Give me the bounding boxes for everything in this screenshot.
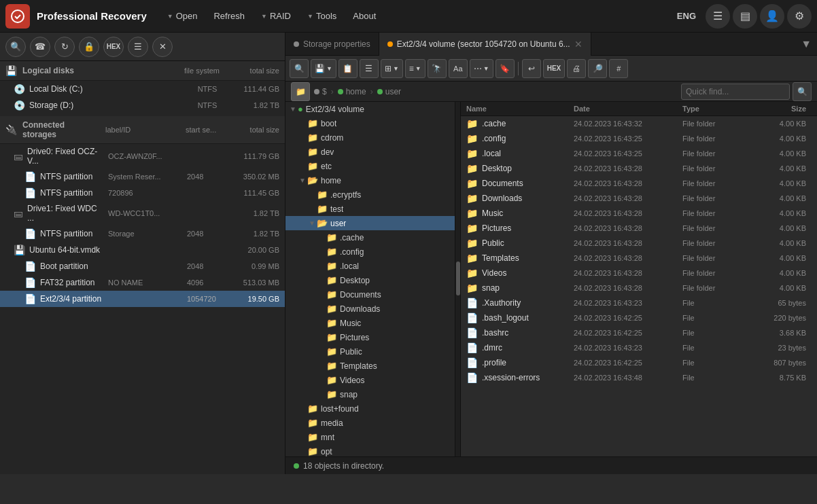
file-row[interactable]: 📄.bashrc24.02.2023 16:42:25File3.68 KB <box>461 325 817 340</box>
path-home[interactable]: home <box>338 87 366 96</box>
fm-search-btn[interactable]: 🔍 <box>290 59 309 78</box>
logical-disk-c[interactable]: 💿 Local Disk (C:) NTFS 111.44 GB <box>0 81 285 97</box>
tree-public[interactable]: 📁 Public <box>285 344 455 359</box>
tree-dotlocal[interactable]: 📁 .local <box>285 259 455 273</box>
storage-ntfs-2[interactable]: 📄 NTFS partition 720896 111.45 GB <box>0 185 285 201</box>
tab-ext234[interactable]: Ext2/3/4 volume (sector 1054720 on Ubunt… <box>379 33 591 56</box>
storage-ntfs-3[interactable]: 📄 NTFS partition Storage 2048 1.82 TB <box>0 226 285 242</box>
col-name[interactable]: Name <box>466 105 574 113</box>
logical-disk-d[interactable]: 💿 Storage (D:) NTFS 1.82 TB <box>0 97 285 113</box>
storage-ext234-partition[interactable]: 📄 Ext2/3/4 partition 1054720 19.50 GB <box>0 291 285 307</box>
tree-lostfound[interactable]: 📁 lost+found <box>285 401 455 416</box>
file-row[interactable]: 📄.Xauthority24.02.2023 16:43:23File65 by… <box>461 295 817 310</box>
quick-find-btn[interactable]: 🔍 <box>793 82 812 101</box>
battery-icon-button[interactable]: ▤ <box>733 4 757 29</box>
phone-icon-btn[interactable]: ☎ <box>30 37 50 57</box>
tree-snap[interactable]: 📁 snap <box>285 387 455 401</box>
tree-user[interactable]: ▼ 📂 user <box>285 216 455 230</box>
folder-icon-btn[interactable]: 📁 <box>291 82 310 101</box>
file-row[interactable]: 📁.cache24.02.2023 16:43:32File folder4.0… <box>461 116 817 131</box>
tree-etc[interactable]: 📁 etc <box>285 159 455 173</box>
close-icon-btn[interactable]: ✕ <box>152 37 173 57</box>
file-row[interactable]: 📁Desktop24.02.2023 16:43:28File folder4.… <box>461 161 817 176</box>
col-date[interactable]: Date <box>574 105 682 113</box>
hex-icon-btn[interactable]: HEX <box>103 37 124 57</box>
col-type[interactable]: Type <box>682 105 750 113</box>
fm-copy-btn[interactable]: 📋 <box>338 59 358 78</box>
list-icon-btn[interactable]: ☰ <box>128 37 148 57</box>
search-icon-btn[interactable]: 🔍 <box>5 37 26 57</box>
fm-zoom-btn[interactable]: 🔎 <box>588 59 607 78</box>
menu-open[interactable]: ▼ Open <box>160 7 205 25</box>
tree-music[interactable]: 📁 Music <box>285 316 455 330</box>
view-icon-button[interactable]: ☰ <box>706 4 730 29</box>
menu-refresh[interactable]: Refresh <box>207 7 251 25</box>
tree-ecryptfs[interactable]: 📁 .ecryptfs <box>285 187 455 202</box>
file-row[interactable]: 📁Templates24.02.2023 16:43:28File folder… <box>461 251 817 266</box>
fm-details-btn[interactable]: ≡▼ <box>405 59 425 78</box>
file-row[interactable]: 📄.xsession-errors24.02.2023 16:43:48File… <box>461 370 817 385</box>
fm-hash-btn[interactable]: # <box>609 59 628 78</box>
fm-print-btn[interactable]: 🖨 <box>567 59 586 78</box>
file-row[interactable]: 📁.local24.02.2023 16:43:25File folder4.0… <box>461 146 817 161</box>
tab-ext234-close[interactable]: ✕ <box>574 39 583 50</box>
tree-opt[interactable]: 📁 opt <box>285 444 455 456</box>
tree-root[interactable]: ▼ ● Ext2/3/4 volume <box>285 102 455 116</box>
tree-dotconfig[interactable]: 📁 .config <box>285 245 455 259</box>
fm-list-btn[interactable]: ☰ <box>360 59 379 78</box>
file-row[interactable]: 📄.dmrc24.02.2023 16:43:23File23 bytes <box>461 340 817 355</box>
file-row[interactable]: 📁Videos24.02.2023 16:43:28File folder4.0… <box>461 266 817 281</box>
file-row[interactable]: 📁Public24.02.2023 16:43:28File folder4.0… <box>461 236 817 251</box>
tree-documents[interactable]: 📁 Documents <box>285 287 455 302</box>
tree-templates[interactable]: 📁 Templates <box>285 359 455 373</box>
fm-font-btn[interactable]: Aa <box>449 59 468 78</box>
file-row[interactable]: 📁.config24.02.2023 16:43:25File folder4.… <box>461 131 817 146</box>
tab-menu-button[interactable]: ▼ <box>795 38 817 50</box>
file-row[interactable]: 📁snap24.02.2023 16:43:28File folder4.00 … <box>461 281 817 295</box>
fm-binoculars-btn[interactable]: 🔭 <box>428 59 447 78</box>
tree-cdrom[interactable]: 📁 cdrom <box>285 130 455 145</box>
refresh-icon-btn[interactable]: ↻ <box>54 37 75 57</box>
tree-downloads[interactable]: 📁 Downloads <box>285 302 455 316</box>
tree-desktop[interactable]: 📁 Desktop <box>285 273 455 287</box>
tree-boot[interactable]: 📁 boot <box>285 116 455 130</box>
file-row[interactable]: 📁Downloads24.02.2023 16:43:28File folder… <box>461 191 817 206</box>
language-button[interactable]: ENG <box>670 7 703 25</box>
menu-tools[interactable]: ▼ Tools <box>300 7 343 25</box>
storage-drive1[interactable]: 🖴 Drive1: Fixed WDC ... WD-WCC1T0... 1.8… <box>0 201 285 226</box>
tree-scroll-handle[interactable] <box>455 102 461 456</box>
user-icon-button[interactable]: 👤 <box>760 4 784 29</box>
path-dollar[interactable]: $ <box>314 87 327 96</box>
tree-mnt[interactable]: 📁 mnt <box>285 430 455 444</box>
tree-home[interactable]: ▼ 📂 home <box>285 173 455 187</box>
tree-cache[interactable]: 📁 .cache <box>285 230 455 245</box>
storage-ubuntu-vmdk[interactable]: 💾 Ubuntu 64-bit.vmdk 20.00 GB <box>0 242 285 258</box>
tab-storage-properties[interactable]: Storage properties <box>285 33 379 56</box>
menu-about[interactable]: About <box>346 7 383 25</box>
file-row[interactable]: 📁Documents24.02.2023 16:43:28File folder… <box>461 176 817 191</box>
path-user[interactable]: user <box>377 87 401 96</box>
storage-ntfs-1[interactable]: 📄 NTFS partition System Reser... 2048 35… <box>0 168 285 185</box>
file-row[interactable]: 📄.bash_logout24.02.2023 16:42:25File220 … <box>461 310 817 325</box>
col-size[interactable]: Size <box>750 105 812 113</box>
menu-raid[interactable]: ▼ RAID <box>254 7 298 25</box>
tree-dev[interactable]: 📁 dev <box>285 145 455 159</box>
file-row[interactable]: 📄.profile24.02.2023 16:42:25File807 byte… <box>461 355 817 370</box>
tree-videos[interactable]: 📁 Videos <box>285 373 455 387</box>
fm-hex-btn[interactable]: HEX <box>543 59 566 78</box>
quick-find-input[interactable] <box>681 84 790 100</box>
storage-boot-partition[interactable]: 📄 Boot partition 2048 0.99 MB <box>0 258 285 274</box>
tree-pictures[interactable]: 📁 Pictures <box>285 330 455 344</box>
fm-save-btn[interactable]: 💾▼ <box>311 59 336 78</box>
fm-bookmark-btn[interactable]: 🔖 <box>496 59 515 78</box>
tree-root-toggle[interactable]: ▼ <box>288 105 298 113</box>
file-row[interactable]: 📁Music24.02.2023 16:43:28File folder4.00… <box>461 206 817 221</box>
settings-icon-button[interactable]: ⚙ <box>787 4 812 29</box>
fm-more-btn[interactable]: ⋯▼ <box>470 59 493 78</box>
storage-fat32-partition[interactable]: 📄 FAT32 partition NO NAME 4096 513.03 MB <box>0 274 285 291</box>
storage-drive0[interactable]: 🖴 Drive0: Fixed OCZ-V... OCZ-AWNZ0F... 1… <box>0 144 285 168</box>
tree-test[interactable]: 📁 test <box>285 202 455 216</box>
file-row[interactable]: 📁Pictures24.02.2023 16:43:28File folder4… <box>461 221 817 236</box>
lock-icon-btn[interactable]: 🔒 <box>79 37 99 57</box>
fm-recover-btn[interactable]: ↩ <box>522 59 541 78</box>
